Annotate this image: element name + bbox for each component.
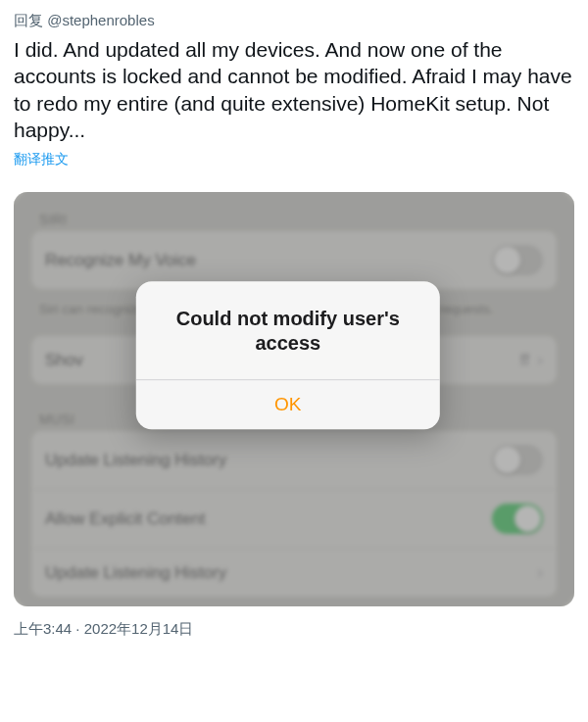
reply-prefix: 回复 [14,12,47,28]
tweet-container: 回复 @stephenrobles I did. And updated all… [0,0,588,186]
reply-handle[interactable]: @stephenrobles [47,12,154,28]
translate-link[interactable]: 翻译推文 [14,151,574,168]
tweet-timestamp[interactable]: 上午3:44 · 2022年12月14日 [0,606,588,639]
alert-title: Could not modify user's access [136,281,440,379]
embedded-screenshot: SIRI Recognize My Voice Siri can recogni… [14,192,574,606]
alert-dialog: Could not modify user's access OK [136,281,440,429]
reply-to-line[interactable]: 回复 @stephenrobles [14,12,574,30]
alert-ok-button[interactable]: OK [136,380,440,429]
tweet-text: I did. And updated all my devices. And n… [14,36,574,143]
